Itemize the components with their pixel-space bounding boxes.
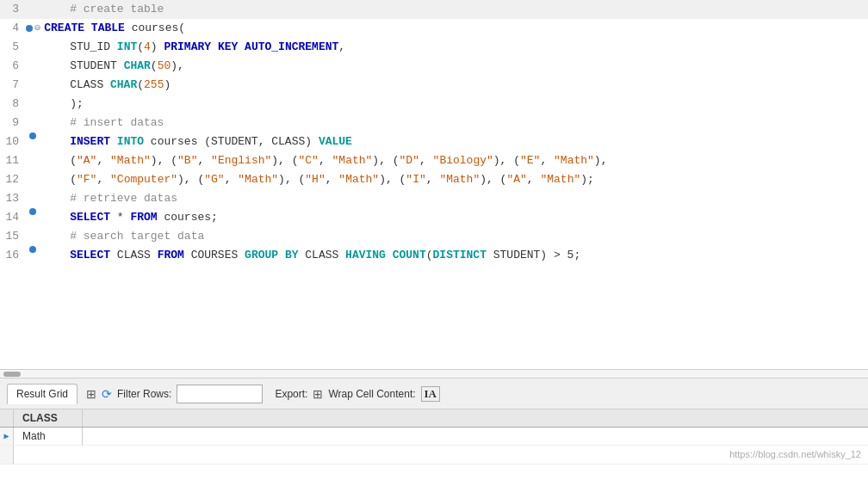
code-token: 255 [144, 78, 164, 91]
code-token: ), ( [493, 154, 520, 167]
code-token: "F" [77, 173, 96, 186]
code-token: "Math" [439, 173, 480, 186]
code-token: BY [285, 249, 305, 262]
wrap-cell-icon: IA [421, 386, 440, 402]
code-token: courses( [132, 22, 185, 34]
export-icon: ⊞ [313, 387, 323, 401]
code-token: CREATE [44, 22, 91, 34]
export-label: Export: [275, 388, 307, 400]
line-number: 16 [0, 246, 26, 265]
code-token: GROUP [245, 249, 285, 262]
code-token: CLASS [305, 249, 345, 262]
code-token: "Math" [332, 154, 373, 167]
filter-rows-input[interactable] [177, 385, 263, 403]
breakpoint-dot [26, 25, 33, 32]
line-content: STUDENT CHAR(50), [40, 57, 868, 76]
line-number: 13 [0, 189, 26, 208]
grid-cell: Math [14, 428, 83, 445]
url-watermark: https://blog.csdn.net/whisky_12 [729, 449, 861, 459]
code-token: ( [151, 59, 158, 72]
line-content: STU_ID INT(4) PRIMARY KEY AUTO_INCREMENT… [40, 38, 868, 57]
scroll-thumb[interactable] [3, 372, 21, 377]
line-number: 7 [0, 76, 26, 95]
breakpoint-dot [29, 132, 36, 139]
code-token: "Math" [110, 154, 151, 167]
line-content: ("A", "Math"), ("B", "English"), ("C", "… [40, 151, 868, 170]
code-token: ), ( [177, 173, 204, 186]
tab-result-grid[interactable]: Result Grid [7, 384, 78, 404]
code-token: STUDENT [43, 59, 124, 72]
code-token: ), ( [271, 154, 298, 167]
code-token: "Math" [238, 173, 278, 186]
code-token: * [117, 211, 131, 224]
code-token: ); [580, 173, 594, 186]
result-toolbar: Result Grid ⊞ ⟳ Filter Rows: Export: ⊞ W… [0, 378, 868, 409]
code-token: "A" [506, 173, 526, 186]
line-content: ("F", "Computer"), ("G", "Math"), ("H", … [40, 170, 868, 189]
code-token: ) [164, 78, 170, 91]
line-content: CLASS CHAR(255) [40, 76, 868, 95]
table-row: ▶Math [0, 428, 868, 446]
breakpoint-dot [29, 246, 36, 253]
code-token: ), ( [278, 173, 305, 186]
code-token: courses; [164, 211, 217, 224]
collapse-icon[interactable]: ⊖ [34, 19, 40, 38]
code-line: 3 # create table [0, 0, 868, 19]
line-number: 6 [0, 57, 26, 76]
code-token: ( [43, 173, 77, 186]
code-token: FROM [158, 249, 191, 262]
code-token: # create table [43, 3, 164, 15]
code-token: , [225, 173, 239, 186]
code-token: , [96, 154, 110, 167]
line-content: SELECT CLASS FROM COURSES GROUP BY CLASS… [40, 246, 868, 265]
line-marker [26, 132, 40, 139]
code-token: ); [43, 97, 84, 110]
line-content: # create table [40, 0, 868, 19]
line-number: 11 [0, 151, 26, 170]
code-token: VALUE [319, 135, 352, 148]
code-token: "E" [520, 154, 540, 167]
code-line: 13 # retrieve datas [0, 189, 868, 208]
code-line: 10 INSERT INTO courses (STUDENT, CLASS) … [0, 132, 868, 151]
code-token: ) [151, 40, 164, 53]
grid-header-cell: CLASS [14, 409, 83, 427]
code-token: INTO [117, 135, 151, 148]
filter-icon: ⟳ [102, 387, 112, 401]
code-token: SELECT [43, 249, 117, 262]
code-token: ( [43, 154, 77, 167]
code-token: STUDENT) > 5; [493, 249, 580, 262]
code-line: 9 # insert datas [0, 114, 868, 132]
line-number: 8 [0, 95, 26, 114]
code-token: ( [426, 249, 433, 262]
line-marker [26, 208, 40, 215]
code-token: "Math" [540, 173, 580, 186]
line-number: 5 [0, 38, 26, 57]
code-token: COURSES [191, 249, 245, 262]
code-token: "B" [177, 154, 197, 167]
code-token: SELECT [43, 211, 117, 224]
scrollbar-area[interactable] [0, 370, 868, 378]
code-token: CHAR [124, 59, 151, 72]
line-marker [26, 246, 40, 253]
code-token: "English" [211, 154, 271, 167]
code-token: INSERT [43, 135, 117, 148]
code-token: CHAR [110, 78, 137, 91]
line-number: 14 [0, 208, 26, 227]
line-number: 4 [0, 19, 26, 38]
code-token: "A" [77, 154, 96, 167]
code-token: # search target data [43, 230, 204, 243]
code-token: ( [137, 78, 144, 91]
code-token: "H" [305, 173, 325, 186]
line-content: CREATE TABLE courses( [40, 19, 868, 38]
code-token: ), ( [151, 154, 177, 167]
code-token: 4 [144, 40, 151, 53]
code-token: "Math" [554, 154, 594, 167]
code-token: , [319, 154, 332, 167]
code-token: ), [170, 59, 184, 72]
code-token: ), ( [379, 173, 406, 186]
code-line: 11 ("A", "Math"), ("B", "English"), ("C"… [0, 151, 868, 170]
code-token: "G" [204, 173, 224, 186]
line-content: ); [40, 95, 868, 114]
filter-rows-label: Filter Rows: [117, 388, 171, 400]
code-line: 16 SELECT CLASS FROM COURSES GROUP BY CL… [0, 246, 868, 265]
